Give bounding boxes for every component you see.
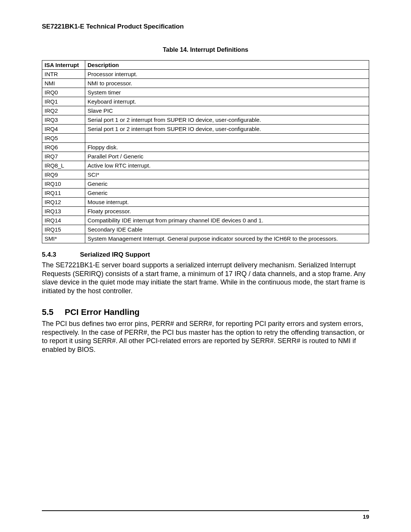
table-row: IRQ1Keyboard interrupt.	[42, 97, 369, 106]
table-row: NMINMI to processor.	[42, 79, 369, 88]
cell-desc: Floppy disk.	[85, 143, 369, 152]
cell-desc: NMI to processor.	[85, 79, 369, 88]
document-header: SE7221BK1-E Technical Product Specificat…	[42, 23, 369, 30]
table-row: IRQ11Generic	[42, 189, 369, 198]
cell-desc: Keyboard interrupt.	[85, 97, 369, 106]
cell-desc: Active low RTC interrupt.	[85, 161, 369, 170]
table-row: IRQ3Serial port 1 or 2 interrupt from SU…	[42, 115, 369, 125]
cell-isa: IRQ14	[42, 216, 85, 225]
col-header-isa: ISA Interrupt	[42, 61, 85, 70]
table-row: IRQ15Secondary IDE Cable	[42, 225, 369, 234]
table-row: IRQ7Parallel Port / Generic	[42, 152, 369, 161]
cell-isa: SMI*	[42, 234, 85, 243]
section-title: Serialized IRQ Support	[80, 251, 150, 258]
cell-isa: IRQ11	[42, 189, 85, 198]
cell-desc: Compatibility IDE interrupt from primary…	[85, 216, 369, 225]
cell-isa: IRQ0	[42, 88, 85, 97]
cell-desc: Serial port 1 or 2 interrupt from SUPER …	[85, 125, 369, 134]
section-number: 5.4.3	[42, 251, 80, 259]
section-title: PCI Error Handling	[65, 307, 140, 317]
cell-isa: IRQ4	[42, 125, 85, 134]
cell-isa: IRQ9	[42, 170, 85, 179]
cell-desc: Generic	[85, 179, 369, 189]
table-row: IRQ2Slave PIC	[42, 106, 369, 115]
cell-desc: Generic	[85, 189, 369, 198]
section-5-5-body: The PCI bus defines two error pins, PERR…	[42, 320, 369, 354]
cell-isa: IRQ7	[42, 152, 85, 161]
table-row: IRQ0System timer	[42, 88, 369, 97]
cell-isa: IRQ13	[42, 207, 85, 216]
cell-isa: IRQ6	[42, 143, 85, 152]
table-caption: Table 14. Interrupt Definitions	[42, 46, 369, 53]
table-row: IRQ12Mouse interrupt.	[42, 198, 369, 207]
col-header-desc: Description	[85, 61, 369, 70]
cell-desc: System Management Interrupt. General pur…	[85, 234, 369, 243]
table-row: IRQ14Compatibility IDE interrupt from pr…	[42, 216, 369, 225]
section-5-5-heading: 5.5PCI Error Handling	[42, 307, 369, 317]
section-number: 5.5	[42, 307, 65, 317]
table-row: IRQ4Serial port 1 or 2 interrupt from SU…	[42, 125, 369, 134]
cell-isa: IRQ1	[42, 97, 85, 106]
footer-rule	[42, 510, 369, 511]
section-5-4-3-body: The SE7221BK1-E server board supports a …	[42, 261, 369, 295]
cell-desc: SCI*	[85, 170, 369, 179]
table-row: IRQ8_LActive low RTC interrupt.	[42, 161, 369, 170]
page-number: 19	[363, 513, 369, 520]
cell-desc: Mouse interrupt.	[85, 198, 369, 207]
cell-isa: IRQ2	[42, 106, 85, 115]
interrupt-table: ISA Interrupt Description INTRProcessor …	[42, 60, 369, 243]
cell-desc	[85, 134, 369, 143]
cell-isa: NMI	[42, 79, 85, 88]
table-row: IRQ5	[42, 134, 369, 143]
cell-desc: Floaty processor.	[85, 207, 369, 216]
cell-isa: IRQ15	[42, 225, 85, 234]
table-row: IRQ13Floaty processor.	[42, 207, 369, 216]
cell-desc: System timer	[85, 88, 369, 97]
cell-isa: IRQ8_L	[42, 161, 85, 170]
cell-desc: Serial port 1 or 2 interrupt from SUPER …	[85, 115, 369, 125]
table-row: IRQ9SCI*	[42, 170, 369, 179]
cell-desc: Secondary IDE Cable	[85, 225, 369, 234]
table-row: IRQ10Generic	[42, 179, 369, 189]
cell-isa: INTR	[42, 70, 85, 79]
cell-desc: Slave PIC	[85, 106, 369, 115]
table-row: IRQ6Floppy disk.	[42, 143, 369, 152]
table-row: INTRProcessor interrupt.	[42, 70, 369, 79]
page: SE7221BK1-E Technical Product Specificat…	[0, 0, 411, 532]
cell-isa: IRQ5	[42, 134, 85, 143]
cell-isa: IRQ10	[42, 179, 85, 189]
cell-desc: Processor interrupt.	[85, 70, 369, 79]
cell-isa: IRQ3	[42, 115, 85, 125]
cell-desc: Parallel Port / Generic	[85, 152, 369, 161]
cell-isa: IRQ12	[42, 198, 85, 207]
section-5-4-3-heading: 5.4.3Serialized IRQ Support	[42, 251, 369, 259]
table-row: SMI*System Management Interrupt. General…	[42, 234, 369, 243]
table-header-row: ISA Interrupt Description	[42, 61, 369, 70]
